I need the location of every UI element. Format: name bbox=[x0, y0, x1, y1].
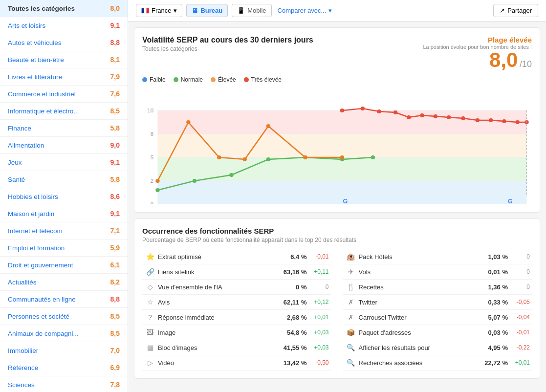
sidebar-item-5[interactable]: Commerce et industriel 7,6 bbox=[0, 86, 128, 103]
svg-rect-0 bbox=[157, 181, 526, 204]
feature-name: Pack Hôtels bbox=[357, 253, 479, 261]
legend-item: Faible bbox=[142, 76, 166, 83]
legend-dot bbox=[211, 77, 216, 82]
sidebar-item-0[interactable]: Toutes les catégories 8,0 bbox=[0, 0, 128, 17]
feature-change: -0,01 bbox=[307, 253, 329, 260]
volatility-number: 8,0 bbox=[489, 48, 518, 71]
sidebar-item-10[interactable]: Santé 5,8 bbox=[0, 171, 128, 188]
mobile-label: Mobile bbox=[247, 7, 266, 14]
sidebar-item-label: Sciences bbox=[8, 381, 35, 389]
sidebar-item-score: 8,5 bbox=[110, 107, 120, 115]
feature-icon: 📦 bbox=[345, 328, 357, 336]
sidebar-item-19[interactable]: Animaux de compagni... 8,5 bbox=[0, 325, 128, 342]
feature-icon: ✈ bbox=[345, 268, 357, 276]
sidebar-item-1[interactable]: Arts et loisirs 9,1 bbox=[0, 17, 128, 34]
feature-row: ✗ Twitter 0,33 % -0,05 bbox=[343, 295, 532, 310]
svg-rect-3 bbox=[157, 110, 526, 134]
sidebar-item-7[interactable]: Finance 5,8 bbox=[0, 120, 128, 137]
mobile-device-button[interactable]: 📱 Mobile bbox=[232, 4, 271, 17]
svg-point-30 bbox=[377, 109, 381, 113]
serp-features-card: Occurrence des fonctionnalités SERP Pour… bbox=[134, 218, 540, 379]
feature-pct: 1,03 % bbox=[479, 253, 508, 261]
sidebar-item-9[interactable]: Jeux 9,1 bbox=[0, 154, 128, 171]
legend-label: Normale bbox=[181, 76, 203, 83]
sidebar-item-score: 9,1 bbox=[110, 210, 120, 218]
sidebar-item-15[interactable]: Droit et gouvernement 6,1 bbox=[0, 257, 128, 274]
sidebar-item-16[interactable]: Actualités 8,2 bbox=[0, 274, 128, 291]
svg-text:G: G bbox=[508, 198, 513, 204]
share-label: Partager bbox=[507, 7, 532, 14]
sidebar-item-8[interactable]: Alimentation 9,0 bbox=[0, 137, 128, 154]
feature-name: Recherches associées bbox=[357, 359, 479, 367]
sidebar-item-20[interactable]: Immobilier 7,0 bbox=[0, 342, 128, 359]
chart-title: Volatilité SERP au cours des 30 derniers… bbox=[142, 36, 313, 44]
feature-row: ✈ Vols 0,01 % 0 bbox=[343, 264, 532, 280]
feature-row: 🍴 Recettes 1,36 % 0 bbox=[343, 280, 532, 295]
svg-rect-2 bbox=[157, 134, 526, 157]
country-label: France bbox=[152, 7, 171, 14]
svg-point-31 bbox=[393, 110, 397, 114]
svg-point-14 bbox=[155, 188, 159, 192]
feature-name: Paquet d'adresses bbox=[357, 329, 479, 336]
svg-point-16 bbox=[229, 173, 233, 177]
sidebar-item-label: Immobilier bbox=[8, 347, 38, 354]
feature-name: Image bbox=[156, 329, 278, 336]
feature-pct: 1,36 % bbox=[479, 283, 508, 291]
sidebar-item-label: Référence bbox=[8, 364, 38, 371]
sidebar-item-17[interactable]: Communautés en ligne 8,8 bbox=[0, 291, 128, 308]
sidebar-item-18[interactable]: Personnes et société 8,5 bbox=[0, 308, 128, 325]
sidebar-item-score: 7,6 bbox=[110, 90, 120, 98]
mobile-icon: 📱 bbox=[237, 7, 245, 14]
feature-pct: 0,01 % bbox=[479, 268, 508, 276]
features-title: Occurrence des fonctionnalités SERP bbox=[142, 227, 532, 235]
feature-pct: 54,8 % bbox=[278, 329, 307, 336]
sidebar-item-score: 9,1 bbox=[110, 22, 120, 29]
sidebar-item-13[interactable]: Internet et télécom 7,1 bbox=[0, 222, 128, 240]
feature-name: Réponse immédiate bbox=[156, 314, 278, 321]
sidebar-item-14[interactable]: Emploi et formation 5,9 bbox=[0, 240, 128, 257]
feature-row: 🔗 Liens sitelink 63,16 % +0,11 bbox=[142, 264, 331, 280]
feature-pct: 0,33 % bbox=[479, 299, 508, 306]
share-button[interactable]: ↗ Partager bbox=[493, 4, 538, 17]
svg-point-23 bbox=[217, 155, 221, 159]
country-selector[interactable]: 🇫🇷 France ▾ bbox=[136, 4, 182, 17]
feature-icon: ? bbox=[144, 313, 156, 321]
feature-name: Twitter bbox=[357, 299, 479, 306]
svg-text:10: 10 bbox=[147, 108, 153, 113]
sidebar-item-label: Internet et télécom bbox=[8, 227, 63, 235]
sidebar-item-2[interactable]: Autos et véhicules 8,8 bbox=[0, 34, 128, 51]
sidebar: Toutes les catégories 8,0 Arts et loisir… bbox=[0, 0, 128, 392]
sidebar-item-3[interactable]: Beauté et bien-être 8,1 bbox=[0, 51, 128, 68]
sidebar-item-label: Finance bbox=[8, 125, 31, 132]
sidebar-item-score: 5,9 bbox=[110, 244, 120, 252]
feature-icon: 🖼 bbox=[144, 328, 156, 336]
legend-item: Élevée bbox=[211, 76, 236, 83]
feature-row: 🏨 Pack Hôtels 1,03 % 0 bbox=[343, 249, 532, 264]
legend-label: Faible bbox=[150, 76, 166, 83]
feature-change: +0,03 bbox=[307, 329, 329, 336]
feature-pct: 2,68 % bbox=[278, 314, 307, 321]
feature-pct: 13,42 % bbox=[278, 359, 307, 367]
svg-point-36 bbox=[461, 116, 465, 120]
sidebar-item-4[interactable]: Livres et littérature 7,9 bbox=[0, 68, 128, 86]
feature-pct: 22,72 % bbox=[479, 359, 508, 367]
svg-point-38 bbox=[489, 118, 493, 122]
svg-point-33 bbox=[420, 113, 424, 117]
feature-change: 0 bbox=[508, 283, 530, 290]
sidebar-item-21[interactable]: Référence 6,9 bbox=[0, 359, 128, 376]
sidebar-item-12[interactable]: Maison et jardin 9,1 bbox=[0, 205, 128, 222]
chevron-down-icon: ▾ bbox=[174, 7, 177, 14]
sidebar-item-11[interactable]: Hobbies et loisirs 8,6 bbox=[0, 188, 128, 205]
compare-button[interactable]: Comparer avec... ▾ bbox=[278, 7, 332, 14]
svg-point-21 bbox=[155, 179, 159, 183]
svg-text:0: 0 bbox=[151, 201, 153, 204]
sidebar-item-score: 7,0 bbox=[110, 347, 120, 354]
sidebar-item-label: Animaux de compagni... bbox=[8, 330, 79, 337]
feature-icon: ▦ bbox=[144, 344, 156, 351]
feature-icon: ▷ bbox=[144, 359, 156, 367]
sidebar-item-22[interactable]: Sciences 7,8 bbox=[0, 376, 128, 392]
feature-icon: 🍴 bbox=[345, 283, 357, 291]
svg-text:2: 2 bbox=[151, 178, 153, 184]
sidebar-item-6[interactable]: Informatique et électro... 8,5 bbox=[0, 103, 128, 120]
desktop-device-button[interactable]: 🖥 Bureau bbox=[186, 4, 228, 17]
